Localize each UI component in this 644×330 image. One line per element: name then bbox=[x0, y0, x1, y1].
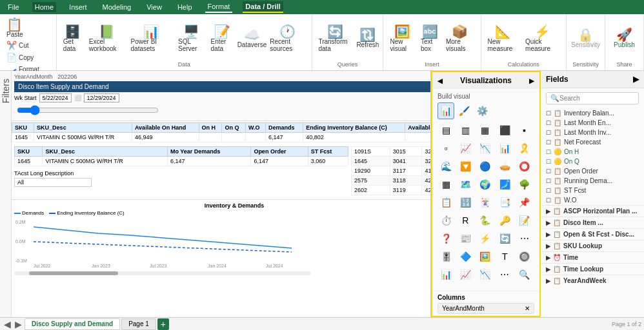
excel-button[interactable]: 📗 Excel workbook bbox=[86, 24, 127, 53]
field-item[interactable]: ▶ 📋 Open & St Fcst - Disc... bbox=[541, 228, 644, 240]
menu-file[interactable]: File bbox=[5, 2, 22, 12]
field-item[interactable]: ☐ 📋 Running Dema... bbox=[541, 176, 644, 186]
tab-disco-supply[interactable]: Disco Supply and Demand bbox=[25, 318, 120, 330]
new-visual-button[interactable]: 🖼️ New visual bbox=[387, 24, 417, 53]
viz-bar-chart2[interactable]: 📊 bbox=[438, 266, 454, 283]
viz-map[interactable]: 🗺️ bbox=[457, 176, 474, 193]
tab-next[interactable]: ▶ bbox=[14, 319, 23, 329]
menu-data-drill[interactable]: Data / Drill bbox=[243, 1, 283, 13]
menu-help[interactable]: Help bbox=[175, 2, 195, 12]
viz-pie[interactable]: 🥧 bbox=[496, 158, 513, 175]
viz-area2[interactable]: 📉 bbox=[477, 266, 494, 283]
text-box-button[interactable]: 🔤 Text box bbox=[418, 24, 442, 53]
fields-expand-icon[interactable]: ▶ bbox=[633, 75, 639, 84]
viz-line[interactable]: 📈 bbox=[457, 140, 474, 157]
viz-decomp-tree[interactable]: 🌳 bbox=[516, 176, 533, 193]
viz-stacked-col[interactable]: ⬛ bbox=[496, 122, 513, 139]
transform-data-button[interactable]: 🔄 Transform data bbox=[316, 24, 355, 53]
field-item[interactable]: ▶ ⏰ Time bbox=[541, 251, 644, 263]
viz-shape[interactable]: 🔷 bbox=[457, 248, 474, 265]
viz-kpi[interactable]: 📌 bbox=[516, 194, 533, 211]
viz-funnel[interactable]: 🔽 bbox=[457, 158, 474, 175]
viz-icon-brush[interactable]: 🖌️ bbox=[456, 102, 472, 119]
search-box[interactable]: 🔍 bbox=[546, 92, 639, 104]
viz-search[interactable]: 🔍 bbox=[516, 266, 533, 283]
viz-azure-map[interactable]: 🗾 bbox=[496, 176, 513, 193]
field-item[interactable]: ▶ 📋 YearAndWeek bbox=[541, 275, 644, 286]
paste-button[interactable]: 📋 Paste bbox=[4, 17, 26, 39]
viz-waterfall[interactable]: 🌊 bbox=[438, 158, 454, 175]
sensitivity-button[interactable]: 🔒 Sensitivity bbox=[569, 27, 603, 50]
viz-more2[interactable]: ⋯ bbox=[496, 266, 513, 283]
field-item[interactable]: ☐ 📋 ST Fcst bbox=[541, 186, 644, 195]
viz-filled-map[interactable]: 🌍 bbox=[477, 176, 494, 193]
field-item[interactable]: ☐ 📋 Last Month Inv... bbox=[541, 128, 644, 137]
tab-add-button[interactable]: + bbox=[157, 318, 169, 330]
get-data-button[interactable]: 🗄️ Get data bbox=[61, 24, 85, 53]
search-input[interactable] bbox=[559, 95, 634, 102]
menu-format[interactable]: Format bbox=[205, 1, 233, 13]
field-item[interactable]: ☐ 📋 Inventory Balan... bbox=[541, 108, 644, 118]
viz-clustered-bar[interactable]: ▥ bbox=[457, 122, 474, 139]
viz-treemap[interactable]: ▦ bbox=[438, 176, 454, 193]
viz-more[interactable]: ⋯ bbox=[516, 230, 533, 247]
viz-matrix[interactable]: 🔢 bbox=[457, 194, 474, 211]
viz-multirow-card[interactable]: 📑 bbox=[496, 194, 513, 211]
dataverse-button[interactable]: ☁️ Dataverse bbox=[238, 27, 267, 50]
date-end[interactable]: 12/29/2024 bbox=[84, 93, 119, 102]
more-visuals-button[interactable]: 📦 More visuals bbox=[443, 24, 477, 53]
recent-sources-button[interactable]: 🕐 Recent sources bbox=[267, 24, 307, 53]
enter-data-button[interactable]: 📝 Enter data bbox=[208, 24, 237, 53]
menu-view[interactable]: View bbox=[144, 2, 165, 12]
viz-clustered-col[interactable]: ▪ bbox=[516, 122, 533, 139]
field-item[interactable]: ▶ 📋 Time Lookup bbox=[541, 263, 644, 275]
viz-power-automate[interactable]: 🔄 bbox=[496, 230, 513, 247]
field-item[interactable]: ▶ 📋 Disco Item ... bbox=[541, 217, 644, 228]
viz-icon-bar[interactable]: 📊 bbox=[438, 102, 454, 119]
viz-expand-icon[interactable]: ▶ bbox=[529, 77, 534, 84]
field-item[interactable]: ☐ 📋 W.O bbox=[541, 195, 644, 205]
viz-ribbon[interactable]: 🎗️ bbox=[516, 140, 533, 157]
field-item[interactable]: ☐ 🟡 On Q bbox=[541, 157, 644, 166]
field-item[interactable]: ☐ 📋 Net Forecast bbox=[541, 137, 644, 147]
viz-card[interactable]: 🃏 bbox=[477, 194, 494, 211]
field-item[interactable]: ☐ 📋 Open Order bbox=[541, 166, 644, 176]
field-item[interactable]: ▶ 📋 SKU Lookup bbox=[541, 240, 644, 251]
viz-collapse-icon[interactable]: ◀ bbox=[438, 77, 443, 84]
field-item[interactable]: ☐ 🟡 On H bbox=[541, 147, 644, 157]
viz-line-col[interactable]: 📊 bbox=[496, 140, 513, 157]
viz-btn[interactable]: 🔘 bbox=[516, 248, 533, 265]
viz-slicer[interactable]: 🎚️ bbox=[438, 248, 454, 265]
cut-button[interactable]: ✂️ Cut bbox=[4, 40, 52, 51]
viz-python[interactable]: 🐍 bbox=[477, 212, 494, 229]
new-measure-button[interactable]: 📐 New measure bbox=[485, 24, 522, 53]
viz-qna[interactable]: ❓ bbox=[438, 230, 454, 247]
column-tag-yearandmonth[interactable]: YearAndMonth ✕ bbox=[438, 303, 534, 314]
powerbi-datasets-button[interactable]: 📊 Power BI datasets bbox=[128, 24, 174, 53]
menu-insert[interactable]: Insert bbox=[66, 2, 90, 12]
publish-button[interactable]: 🚀 Publish bbox=[611, 27, 638, 50]
viz-stacked-bar[interactable]: ▤ bbox=[438, 122, 454, 139]
date-slider[interactable] bbox=[17, 105, 159, 115]
viz-100pct-bar[interactable]: ▦ bbox=[477, 122, 494, 139]
viz-icon-format[interactable]: ⚙️ bbox=[474, 102, 490, 119]
copy-button[interactable]: 📄 Copy bbox=[4, 52, 52, 63]
field-item[interactable]: ▶ 📋 ASCP Horizontal Plan ... bbox=[541, 205, 644, 217]
tacct-value[interactable]: All bbox=[14, 178, 92, 187]
tab-prev[interactable]: ◀ bbox=[3, 319, 12, 329]
viz-gauge[interactable]: ⏱️ bbox=[438, 212, 454, 229]
date-start[interactable]: 5/22/2024 bbox=[39, 93, 72, 102]
viz-donut[interactable]: ⭕ bbox=[516, 158, 533, 175]
sql-button[interactable]: 🖥️ SQL Server bbox=[176, 24, 207, 53]
quick-measure-button[interactable]: ⚡ Quick measure bbox=[523, 24, 562, 53]
viz-scatter[interactable]: 🔵 bbox=[477, 158, 494, 175]
column-remove-icon[interactable]: ✕ bbox=[525, 305, 530, 312]
menu-home[interactable]: Home bbox=[32, 2, 56, 12]
viz-paginated[interactable]: 📰 bbox=[457, 230, 474, 247]
viz-smart-narr[interactable]: 📝 bbox=[516, 212, 533, 229]
menu-modeling[interactable]: Modeling bbox=[100, 2, 134, 12]
viz-line2[interactable]: 📈 bbox=[457, 266, 474, 283]
field-item[interactable]: ☐ 📋 Last Month En... bbox=[541, 118, 644, 128]
refresh-button[interactable]: 🔃 Refresh bbox=[356, 27, 379, 50]
viz-power-apps[interactable]: ⚡ bbox=[477, 230, 494, 247]
